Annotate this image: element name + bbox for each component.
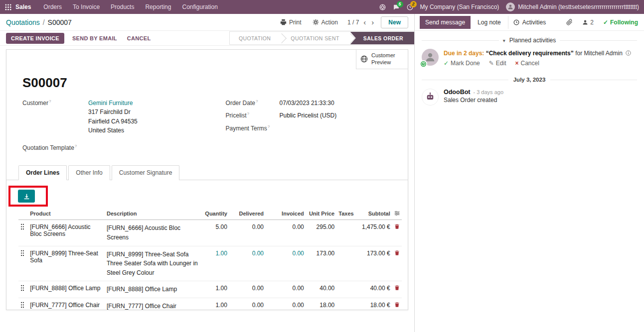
help-marker: ? (247, 111, 249, 116)
pager-previous-button[interactable]: ‹ (362, 18, 367, 26)
order-line-delivered[interactable]: 0.00 (229, 220, 266, 246)
company-switcher[interactable]: My Company (San Francisco) (420, 3, 499, 10)
messages-icon[interactable]: 5 (393, 4, 400, 10)
drag-handle-icon[interactable] (20, 302, 24, 308)
column-invoiced[interactable]: Invoiced (266, 208, 306, 220)
order-line-unit-price[interactable]: 295.00 (306, 220, 337, 246)
order-line-taxes[interactable] (336, 220, 357, 246)
column-taxes[interactable]: Taxes (336, 208, 357, 220)
menu-to-invoice[interactable]: To Invoice (67, 0, 105, 14)
user-avatar (506, 2, 515, 11)
order-date-field[interactable]: 07/03/2023 21:33:30 (280, 99, 334, 108)
order-line-invoiced[interactable]: 0.00 (266, 246, 306, 281)
drag-handle-icon[interactable] (20, 250, 24, 256)
column-delivered[interactable]: Delivered (229, 208, 266, 220)
delete-line-icon[interactable] (394, 302, 400, 308)
step-quotation[interactable]: QUOTATION (230, 32, 282, 44)
order-line-quantity[interactable]: 5.00 (200, 220, 229, 246)
cancel-activity-button[interactable]: × Cancel (515, 60, 539, 67)
activity-clock-badge (420, 60, 427, 68)
help-marker: ? (75, 144, 77, 148)
column-quantity[interactable]: Quantity (200, 208, 229, 220)
order-line-taxes[interactable] (336, 281, 357, 298)
menu-configuration[interactable]: Configuration (176, 0, 223, 14)
pager-next-button[interactable]: › (370, 18, 375, 26)
order-line-taxes[interactable] (336, 246, 357, 281)
mark-done-button[interactable]: ✓ Mark Done (444, 60, 480, 67)
customer-label: Customer? (22, 99, 88, 135)
followers-button[interactable]: 2 (581, 18, 595, 27)
send-message-button[interactable]: Send message (420, 16, 471, 29)
order-line-delivered[interactable]: 0.00 (229, 298, 266, 310)
order-line-description[interactable]: [FURN_8888] Office Lamp (105, 281, 200, 298)
order-line-product[interactable]: [FURN_8888] Office Lamp (28, 281, 105, 298)
order-line-row[interactable]: [FURN_8999] Three-Seat Sofa [FURN_8999] … (18, 246, 402, 281)
order-line-row[interactable]: [FURN_7777] Office Chair [FURN_7777] Off… (18, 298, 402, 310)
step-quotation-sent[interactable]: QUOTATION SENT (282, 32, 350, 44)
edit-activity-button[interactable]: ✎ Edit (489, 60, 506, 67)
column-subtotal[interactable]: Subtotal (358, 208, 392, 220)
schedule-activity-button[interactable]: Activities (508, 16, 551, 29)
column-description[interactable]: Description (105, 208, 200, 220)
order-line-unit-price[interactable]: 18.00 (306, 298, 337, 310)
customer-preview-button[interactable]: Customer Preview (356, 50, 408, 69)
menu-products[interactable]: Products (105, 0, 140, 14)
order-line-unit-price[interactable]: 173.00 (306, 246, 337, 281)
send-by-email-button[interactable]: SEND BY EMAIL (70, 33, 119, 44)
print-button[interactable]: Print (277, 17, 305, 28)
tab-order-lines[interactable]: Order Lines (18, 165, 67, 180)
order-line-row[interactable]: [FURN_8888] Office Lamp [FURN_8888] Offi… (18, 281, 402, 298)
order-line-quantity[interactable]: 1.00 (200, 298, 229, 310)
download-button[interactable] (18, 190, 35, 203)
order-line-quantity[interactable]: 1.00 (200, 246, 229, 281)
order-line-unit-price[interactable]: 40.00 (306, 281, 337, 298)
order-line-invoiced[interactable]: 0.00 (266, 281, 306, 298)
user-menu[interactable]: Mitchell Admin (testtsetsetesrrrrrrrrrrr… (506, 2, 639, 11)
order-line-delivered[interactable]: 0.00 (229, 246, 266, 281)
optional-columns-icon[interactable] (394, 210, 400, 217)
activities-icon[interactable]: 2 (407, 4, 413, 10)
order-line-delivered[interactable]: 0.00 (229, 281, 266, 298)
create-invoice-button[interactable]: CREATE INVOICE (6, 33, 64, 44)
order-line-invoiced[interactable]: 0.00 (266, 220, 306, 246)
breadcrumb-quotations[interactable]: Quotations (6, 18, 40, 26)
gear-icon (313, 19, 319, 25)
app-name[interactable]: Sales (15, 3, 31, 10)
drag-handle-icon[interactable] (20, 285, 24, 291)
menu-orders[interactable]: Orders (38, 0, 67, 14)
message-author[interactable]: OdooBot (444, 89, 470, 96)
tab-customer-signature[interactable]: Customer Signature (112, 165, 180, 180)
help-marker: ? (256, 99, 258, 104)
delete-line-icon[interactable] (394, 285, 400, 291)
order-line-product[interactable]: [FURN_6666] Acoustic Bloc Screens (28, 220, 105, 246)
order-line-description[interactable]: [FURN_7777] Office Chair (105, 298, 200, 310)
order-line-row[interactable]: [FURN_6666] Acoustic Bloc Screens [FURN_… (18, 220, 402, 246)
delete-line-icon[interactable] (394, 223, 400, 229)
order-line-taxes[interactable] (336, 298, 357, 310)
order-line-description[interactable]: [FURN_6666] Acoustic Bloc Screens (105, 220, 200, 246)
column-product[interactable]: Product (28, 208, 105, 220)
pricelist-field[interactable]: Public Pricelist (USD) (280, 111, 337, 120)
customer-link[interactable]: Gemini Furniture (88, 100, 133, 107)
following-button[interactable]: ✓ Following (602, 18, 639, 27)
drag-handle-icon[interactable] (20, 223, 24, 230)
support-icon[interactable] (379, 4, 386, 10)
breadcrumb-current: S00007 (48, 18, 72, 26)
order-line-product[interactable]: [FURN_8999] Three-Seat Sofa (28, 246, 105, 281)
cancel-label: Cancel (521, 60, 539, 67)
order-line-description[interactable]: [FURN_8999] Three-Seat SofaThree Seater … (105, 246, 200, 281)
order-line-invoiced[interactable]: 0.00 (266, 298, 306, 310)
log-note-button[interactable]: Log note (473, 16, 506, 29)
cancel-button[interactable]: CANCEL (125, 33, 153, 44)
attachments-button[interactable] (565, 18, 574, 26)
delete-line-icon[interactable] (394, 250, 400, 256)
order-line-product[interactable]: [FURN_7777] Office Chair (28, 298, 105, 310)
planned-activities-header[interactable]: ▾ Planned activities (422, 37, 637, 44)
column-unit-price[interactable]: Unit Price (306, 208, 337, 220)
tab-other-info[interactable]: Other Info (68, 165, 110, 180)
new-button[interactable]: New (381, 16, 408, 28)
menu-reporting[interactable]: Reporting (140, 0, 176, 14)
order-line-quantity[interactable]: 1.00 (200, 281, 229, 298)
apps-grid-icon[interactable] (5, 4, 11, 10)
action-button[interactable]: Action (309, 17, 341, 28)
